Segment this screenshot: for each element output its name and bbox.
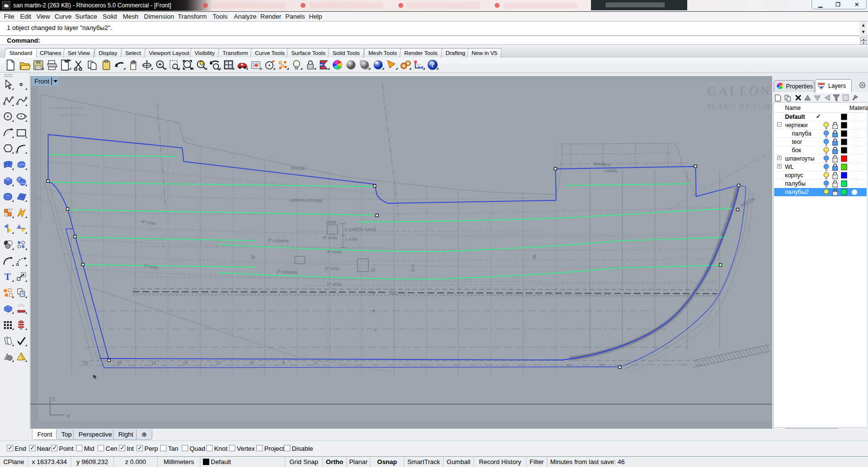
svg-text:12: 12 [216, 360, 221, 365]
svg-text:Front: Front [34, 78, 50, 85]
svg-text:10: 10 [566, 363, 571, 368]
svg-text:1ª cinta: 1ª cinta [327, 282, 341, 287]
svg-text:x: x [67, 412, 70, 419]
svg-text:1ª cubierta: 1ª cubierta [276, 269, 297, 275]
svg-text:8: 8 [373, 291, 375, 296]
svg-text:10: 10 [249, 360, 254, 365]
svg-text:6: 6 [314, 360, 317, 365]
svg-text:T: T [4, 272, 11, 282]
svg-text:cubierta principal: cubierta principal [289, 197, 323, 203]
svg-text:?: ? [431, 61, 435, 69]
svg-text:12: 12 [599, 363, 604, 368]
svg-text:b: b [252, 254, 255, 261]
svg-text:6: 6 [372, 308, 375, 313]
svg-text:18: 18 [117, 360, 122, 365]
svg-text:4: 4 [374, 328, 377, 332]
svg-text:c: c [412, 262, 415, 268]
svg-text:4ª cinta: 4ª cinta [323, 235, 337, 240]
svg-text:3ª cinta: 3ª cinta [327, 249, 341, 254]
svg-text:10: 10 [371, 268, 376, 273]
svg-text:1 codo(⅓ rumo): 1 codo(⅓ rumo) [345, 227, 376, 232]
svg-text:z: z [52, 395, 56, 402]
svg-text:1 codo: 1 codo [345, 237, 358, 242]
svg-text:20: 20 [84, 360, 88, 365]
svg-text:2ª cubierta: 2ª cubierta [268, 238, 289, 243]
svg-text:16: 16 [151, 360, 156, 365]
svg-text:porta: porta [326, 220, 336, 224]
svg-text:8: 8 [282, 360, 285, 365]
svg-text:alcazar: alcazar [291, 165, 306, 171]
svg-text:d: d [532, 253, 536, 260]
svg-text:WL: WL [389, 290, 397, 296]
svg-text:14: 14 [183, 360, 188, 365]
svg-text:castillo: castillo [604, 168, 618, 173]
svg-text:GALEÓN «: GALEÓN « [707, 84, 772, 98]
svg-text:2ª cinta: 2ª cinta [325, 266, 339, 271]
svg-text:PLANO DE FORM: PLANO DE FORM [707, 103, 772, 110]
